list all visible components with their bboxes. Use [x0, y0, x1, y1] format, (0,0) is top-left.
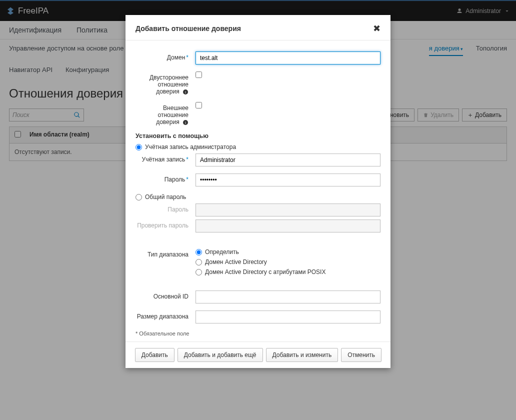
radio-range-ad[interactable]: Домен Active Directory — [196, 258, 380, 266]
base-id-input[interactable] — [196, 290, 380, 304]
radio-shared-password[interactable]: Общий пароль — [136, 194, 380, 200]
add-trust-modal: Добавить отношение доверия ✖ Домен* Двус… — [126, 15, 390, 368]
range-size-label: Размер диапазона — [136, 310, 196, 320]
account-label: Учётная запись* — [136, 154, 196, 163]
shared-password-label: Пароль — [136, 204, 196, 213]
info-icon[interactable]: i — [182, 89, 188, 95]
info-icon[interactable]: i — [182, 120, 188, 126]
modal-title: Добавить отношение доверия — [136, 24, 241, 32]
radio-admin-account[interactable]: Учётная запись администратора — [136, 144, 380, 150]
external-label: Внешнее отношение доверия i — [136, 102, 196, 126]
range-type-label: Тип диапазона — [136, 248, 196, 258]
establish-using-label: Установить с помощью — [136, 132, 380, 140]
close-icon[interactable]: ✖ — [373, 23, 380, 34]
range-size-input[interactable] — [196, 310, 380, 324]
modal-body: Домен* Двустороннее отношение доверия i … — [126, 40, 390, 342]
password-input[interactable] — [196, 174, 380, 186]
radio-admin-input[interactable] — [136, 144, 142, 150]
modal-cancel-button[interactable]: Отменить — [341, 348, 382, 362]
verify-password-input — [196, 220, 380, 232]
required-note: * Обязательное поле — [136, 330, 380, 336]
radio-shared-input[interactable] — [136, 194, 142, 200]
modal-footer: Добавить Добавить и добавить ещё Добавит… — [126, 342, 390, 368]
modal-add-button[interactable]: Добавить — [135, 348, 174, 362]
radio-range-ad-posix[interactable]: Домен Active Directory с атрибутами POSI… — [196, 268, 380, 276]
radio-range-detect[interactable]: Определить — [196, 248, 380, 256]
password-label: Пароль* — [136, 174, 196, 183]
account-input[interactable] — [196, 154, 380, 166]
modal-header: Добавить отношение доверия ✖ — [126, 15, 390, 40]
domain-input[interactable] — [196, 52, 380, 64]
verify-password-label: Проверить пароль — [136, 220, 196, 229]
base-id-label: Основной ID — [136, 290, 196, 300]
external-checkbox[interactable] — [196, 102, 202, 108]
bidirectional-checkbox[interactable] — [196, 72, 202, 78]
shared-password-input — [196, 204, 380, 216]
modal-add-another-button[interactable]: Добавить и добавить ещё — [178, 348, 263, 362]
modal-add-edit-button[interactable]: Добавить и изменить — [266, 348, 338, 362]
bidirectional-label: Двустороннее отношение доверия i — [136, 72, 196, 95]
domain-label: Домен* — [136, 52, 196, 61]
